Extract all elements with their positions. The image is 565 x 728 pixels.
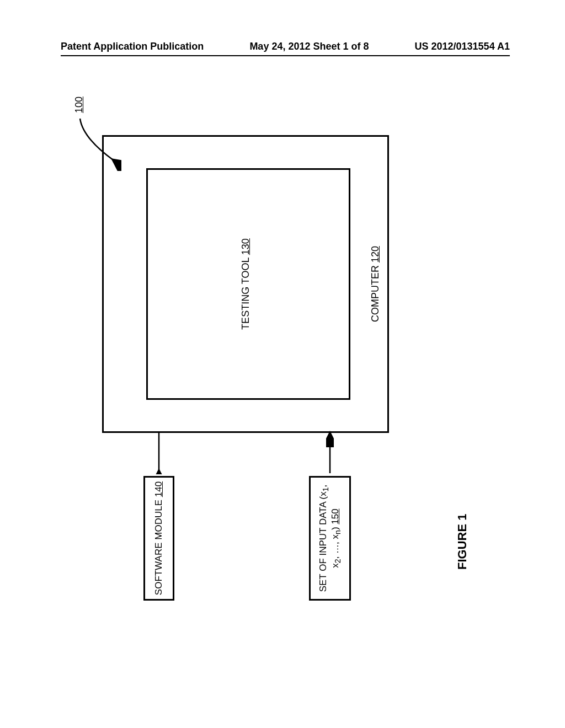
ref-100: 100 <box>73 97 85 113</box>
computer-label: COMPUTER 120 <box>370 135 381 433</box>
software-module-box: SOFTWARE MODULE 140 <box>143 476 174 601</box>
arrow-to-software-icon <box>155 430 163 474</box>
ref-150: 150 <box>330 508 340 524</box>
ref-140: 140 <box>153 481 164 497</box>
ref-120: 120 <box>370 246 381 263</box>
header-publication: Patent Application Publication <box>61 41 204 52</box>
testing-tool-label: TESTING TOOL 130 <box>240 168 252 400</box>
header-date-sheet: May 24, 2012 Sheet 1 of 8 <box>249 41 369 52</box>
ref-130: 130 <box>240 238 251 255</box>
figure-label: FIGURE 1 <box>455 514 470 570</box>
header-pub-number: US 2012/0131554 A1 <box>415 41 510 52</box>
figure-container: FIGURE 1 100 COMPUTER 120 TESTING TOOL 1… <box>69 80 488 654</box>
input-data-box: SET OF INPUT DATA (x1, x2, …, xn) 150 <box>309 476 351 601</box>
header-rule <box>61 55 510 56</box>
page-header: Patent Application Publication May 24, 2… <box>61 41 510 52</box>
arrow-from-input-icon <box>326 430 334 474</box>
figure-canvas: FIGURE 1 100 COMPUTER 120 TESTING TOOL 1… <box>69 80 488 654</box>
